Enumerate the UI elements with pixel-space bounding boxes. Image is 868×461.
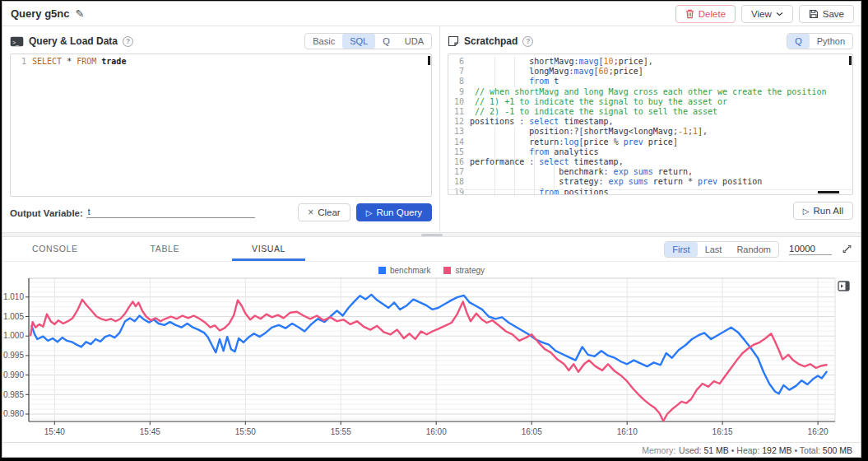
query-language-tabs: BasicSQLQUDA	[304, 33, 432, 49]
terminal-icon: >_	[10, 36, 24, 47]
line-number: 15	[448, 147, 470, 157]
tab-q[interactable]: Q	[787, 34, 810, 49]
line-number: 7	[448, 67, 470, 77]
expand-icon[interactable]	[842, 244, 852, 254]
x-tick-label: 15:40	[44, 427, 65, 436]
code-text: shortMavg:mavg[10;price],	[470, 57, 653, 67]
scratchpad-language-tabs: QPython	[787, 33, 853, 49]
code-text: // 1) +1 to indicate the signal to buy t…	[470, 97, 727, 107]
view-button[interactable]: View	[741, 5, 793, 23]
editor-hscrollbar-thumb[interactable]	[818, 191, 839, 193]
help-icon[interactable]: ?	[522, 36, 533, 47]
query-panel-title: Query & Load Data	[29, 35, 118, 47]
range-last[interactable]: Last	[698, 242, 730, 257]
memory-item-label: Total:	[800, 445, 823, 455]
run-all-label: Run All	[814, 206, 843, 216]
memory-item-label: Used:	[679, 445, 703, 455]
x-tick-label: 15:55	[331, 427, 351, 436]
legend-item-strategy[interactable]: strategy	[443, 266, 485, 275]
save-button[interactable]: Save	[799, 5, 854, 23]
trash-icon	[685, 9, 694, 19]
row-limit-input[interactable]	[789, 244, 832, 255]
indent-guide	[514, 127, 515, 195]
help-icon[interactable]: ?	[123, 36, 133, 47]
collapse-panel-icon[interactable]	[836, 279, 851, 292]
range-first[interactable]: First	[665, 242, 697, 257]
sql-editor[interactable]: 1SELECT * FROM trade	[10, 54, 432, 197]
save-label: Save	[823, 9, 844, 19]
memory-item-value: 51 MB	[703, 445, 728, 455]
output-variable-input[interactable]	[86, 207, 255, 218]
divider-drag-handle[interactable]	[421, 234, 443, 236]
legend-item-benchmark[interactable]: benchmark	[378, 266, 430, 275]
memory-item-value: 500 MB	[823, 445, 852, 455]
line-number: 6	[448, 57, 470, 67]
x-tick-label: 15:50	[235, 427, 256, 436]
x-tick-label: 16:05	[522, 427, 542, 436]
series-benchmark	[32, 295, 827, 393]
code-text: performance : select timestamp,	[470, 157, 624, 167]
results-section: CONSOLETABLEVISUAL FirstLastRandom bench…	[2, 237, 861, 442]
x-tick-label: 16:15	[713, 427, 733, 436]
separator: •	[791, 445, 799, 455]
chart-legend: benchmarkstrategy	[2, 263, 861, 277]
svg-text:>_: >_	[12, 39, 19, 45]
clear-button[interactable]: × Clear	[298, 203, 350, 221]
range-selector: FirstLastRandom	[664, 241, 779, 258]
code-line: 11 // 2) -1 to indicate the signal to se…	[448, 107, 852, 117]
chart-area: 1.0101.0051.0000.9950.9900.9850.98015:40…	[2, 277, 861, 445]
play-icon: ▷	[803, 207, 810, 216]
edit-title-icon[interactable]: ✎	[76, 7, 85, 20]
query-panel: >_ Query & Load Data ? BasicSQLQUDA 1SEL…	[2, 26, 439, 232]
line-number: 13	[448, 127, 470, 137]
tab-python[interactable]: Python	[810, 34, 852, 49]
code-line: 9 // when shortMavg and long Mavg cross …	[448, 87, 852, 97]
indent-guide	[514, 57, 515, 86]
tab-console[interactable]: CONSOLE	[12, 237, 98, 261]
run-query-label: Run Query	[376, 207, 422, 217]
y-tick-label: 1.010	[3, 292, 24, 301]
code-text: longMavg:mavg[60;price]	[470, 67, 643, 77]
close-icon: ×	[308, 207, 313, 218]
indent-guide	[534, 127, 535, 195]
y-tick-label: 1.005	[3, 312, 24, 321]
indent-guide	[554, 57, 555, 86]
delete-button[interactable]: Delete	[675, 5, 736, 23]
page-title: Query g5nc	[11, 7, 70, 20]
scratchpad-panel: Scratchpad ? QPython 6 shortMavg:mavg[10…	[439, 26, 861, 232]
range-random[interactable]: Random	[729, 242, 778, 257]
tab-q[interactable]: Q	[375, 34, 397, 49]
tab-uda[interactable]: UDA	[397, 34, 431, 49]
run-all-button[interactable]: ▷ Run All	[793, 202, 853, 220]
tab-sql[interactable]: SQL	[342, 34, 375, 49]
view-label: View	[751, 9, 772, 19]
code-line: 16performance : select timestamp,	[448, 157, 852, 167]
code-line: 13 position:?[shortMavg<longMavg;-1;1],	[448, 127, 852, 137]
indent-guide	[534, 57, 535, 86]
x-tick-label: 16:20	[808, 427, 829, 436]
performance-chart: 1.0101.0051.0000.9950.9900.9850.98015:40…	[2, 277, 861, 441]
tab-table[interactable]: TABLE	[131, 237, 199, 261]
legend-swatch	[443, 267, 451, 274]
delete-label: Delete	[699, 9, 726, 19]
line-number: 11	[448, 107, 470, 117]
hscrollbar-track	[448, 189, 852, 190]
line-number: 14	[448, 137, 470, 147]
run-query-button[interactable]: ▷ Run Query	[356, 203, 432, 221]
scratchpad-icon	[448, 35, 459, 47]
tab-visual[interactable]: VISUAL	[232, 237, 305, 261]
code-line: 17 benchmark: exp sums return,	[448, 167, 852, 177]
editor-scrollbar-thumb[interactable]	[849, 56, 852, 65]
memory-item-value: 192 MB	[762, 445, 791, 455]
code-line: 8 from t	[448, 77, 852, 86]
legend-swatch	[378, 267, 386, 274]
code-text: benchmark: exp sums return,	[470, 167, 693, 177]
code-line: 1SELECT * FROM trade	[11, 57, 431, 67]
scratchpad-editor[interactable]: 6 shortMavg:mavg[10;price],7 longMavg:ma…	[448, 54, 853, 195]
tab-basic[interactable]: Basic	[305, 34, 342, 49]
legend-label: benchmark	[390, 266, 430, 275]
code-line: 12positions : select timestamp,	[448, 117, 852, 127]
y-tick-label: 0.995	[3, 351, 24, 360]
editor-scrollbar-thumb[interactable]	[428, 56, 430, 65]
legend-label: strategy	[455, 266, 485, 275]
